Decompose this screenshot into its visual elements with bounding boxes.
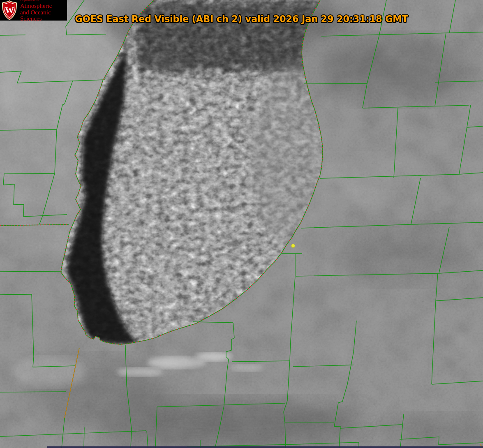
logo-name-line1: Atmospheric: [20, 3, 67, 9]
logo-name-line2: and Oceanic Sciences: [20, 9, 67, 22]
satellite-image: [0, 0, 483, 448]
station-marker-dot: [291, 244, 295, 248]
page-background-sliver: [47, 446, 483, 448]
crest-letter: W: [5, 5, 14, 15]
uw-crest-icon: W: [1, 0, 18, 20]
logo-dept-line: Department of: [20, 0, 67, 2]
uw-aos-logo[interactable]: W Department of Atmospheric and Oceanic …: [0, 0, 67, 21]
logo-text: Department of Atmospheric and Oceanic Sc…: [20, 0, 67, 22]
satellite-map: [0, 0, 483, 448]
goes-satellite-page: W Department of Atmospheric and Oceanic …: [0, 0, 483, 448]
image-title: GOES East Red Visible (ABI ch 2) valid 2…: [75, 14, 408, 24]
